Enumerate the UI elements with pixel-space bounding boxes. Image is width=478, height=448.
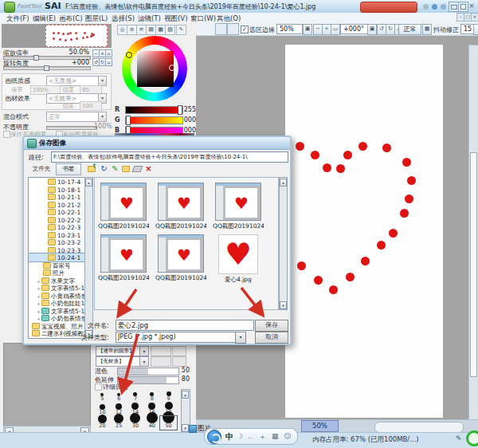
drawing-canvas[interactable]	[285, 45, 443, 418]
edit-icon[interactable]: ✎	[110, 163, 120, 174]
tree-item[interactable]: +文字表情5-15	[29, 284, 92, 292]
brush-shape-dropdown[interactable]: 【通常的圆形】	[96, 346, 140, 356]
tree-item[interactable]: 10-22-1	[29, 208, 92, 216]
brush-size-cell[interactable]: 8	[143, 389, 160, 403]
files-scroll-up[interactable]: ▴	[280, 179, 287, 187]
tree-scroll-up[interactable]: ▴	[85, 179, 92, 187]
file-list-scrollbar[interactable]: ▴ ▾	[279, 177, 288, 310]
tree-item[interactable]: 10-22-3	[29, 223, 92, 231]
tree-item[interactable]: +小黄鸡表情包1	[29, 292, 92, 300]
size-scroll-up-button[interactable]: ▴	[182, 391, 189, 399]
brush-size-cell[interactable]: 40	[143, 416, 160, 430]
tree-item[interactable]: 照片	[29, 269, 92, 277]
rotation-input[interactable]: +000°	[340, 24, 368, 34]
tree-item[interactable]: +小奶包娃娃12-	[29, 299, 92, 307]
tree-item[interactable]: 10-18-1	[29, 186, 92, 194]
g-slider[interactable]	[125, 116, 183, 124]
brush-size-cell[interactable]: 9	[160, 389, 177, 403]
filetype-input[interactable]: JPEG (*.jpg *.jpeg)	[116, 332, 237, 343]
tree-item[interactable]: 宝宝视频、照片	[29, 322, 92, 330]
blend-mode-dropdown-button[interactable]: ▾	[98, 112, 107, 122]
brush-texture-button[interactable]: ▾	[139, 356, 149, 367]
dialog-title-bar[interactable]: 保存图像	[24, 137, 290, 150]
brush-size-cell[interactable]: 7	[127, 389, 144, 403]
file-item[interactable]: ♥QQ截图2019102411...	[98, 234, 149, 282]
tool-square[interactable]	[227, 23, 239, 35]
custom-color-tab-icon[interactable]: ✎	[176, 25, 186, 35]
navigator-viewport[interactable]	[45, 25, 108, 47]
tree-item[interactable]: 10-23-3	[29, 246, 92, 254]
ime-logo-icon[interactable]	[207, 430, 221, 444]
tree-item[interactable]: +水果文字	[29, 277, 92, 285]
tree-item[interactable]: 10-23-2	[29, 238, 92, 246]
files-scroll-down[interactable]: ▾	[280, 301, 287, 309]
close-window-icon[interactable]: ×	[467, 2, 476, 10]
selection-edge-checkbox[interactable]: ✓	[241, 26, 249, 33]
refresh-icon[interactable]: ↻	[99, 163, 109, 174]
tree-item[interactable]: 百家号	[29, 261, 92, 269]
hscroll-thumb[interactable]	[374, 422, 464, 433]
keep-opacity-checkbox[interactable]	[3, 131, 10, 138]
folder-tree-scrollbar[interactable]: ▴ ▾	[84, 177, 93, 339]
overlay-red-button[interactable]	[360, 2, 417, 13]
tree-item[interactable]: 10-21-1	[29, 193, 92, 201]
size-scroll-down-button[interactable]: ▾	[182, 424, 189, 432]
zoom-reset-button[interactable]: ▣	[303, 24, 312, 35]
ime-emoji-icon[interactable]: ☺	[284, 432, 291, 440]
ime-more-icon[interactable]: ‥	[248, 432, 253, 440]
canvas-vertical-scrollbar[interactable]	[468, 45, 478, 421]
rotation-reset-button[interactable]: ▣	[367, 24, 377, 35]
stabilizer-dropdown[interactable]	[473, 24, 478, 35]
delete-icon[interactable]: ×	[143, 163, 154, 174]
tab-bookmarks[interactable]: 书签	[56, 163, 81, 175]
tool-square[interactable]	[215, 23, 227, 35]
zoom-reset-mini-button[interactable]: ▫	[105, 49, 112, 57]
layer-list-panel[interactable]	[3, 343, 91, 427]
brush-size-cell[interactable]: 30	[127, 416, 144, 430]
tree-item[interactable]: 10-24-1	[29, 253, 92, 261]
r-slider-handle[interactable]	[178, 105, 182, 115]
canvas-close-button[interactable]: ×	[471, 13, 478, 22]
normal-mode-button[interactable]: 正常	[398, 24, 421, 35]
tree-item[interactable]: 10-17-4	[29, 178, 92, 186]
ime-toolbar[interactable]: 中 ☽ ‥ ＋ ▦ ☺	[204, 428, 298, 445]
brush-shape-button[interactable]: ▾	[139, 346, 149, 356]
cancel-button[interactable]: 取消	[255, 332, 288, 344]
eraser-icon[interactable]	[132, 163, 143, 174]
blend-mode-dropdown[interactable]: 正常	[46, 112, 99, 122]
rotation-slider-handle[interactable]	[44, 65, 49, 71]
tree-item[interactable]: +小奶包表情包1	[29, 314, 92, 322]
zoom-input[interactable]: 50%	[276, 24, 303, 34]
canvas-zoom-box[interactable]: 50%	[301, 420, 339, 432]
mix-slider[interactable]	[117, 367, 179, 375]
brush-size-cell[interactable]: 20	[94, 416, 111, 430]
ime-moon-icon[interactable]: ☽	[237, 432, 243, 440]
navigator-panel[interactable]	[2, 24, 112, 48]
zoom-fit-button[interactable]: ▭	[331, 24, 340, 35]
tree-item[interactable]: 10-22-2	[29, 216, 92, 224]
tree-item[interactable]: +文字表情5-15	[29, 307, 92, 315]
filename-input[interactable]: 爱心2.jpg	[116, 320, 254, 331]
g-slider-handle[interactable]	[126, 116, 131, 125]
mode-option-button[interactable]: ▦	[422, 24, 432, 35]
scratchpad-tab-icon[interactable]: ▨	[165, 25, 175, 35]
zoom-slider-handle[interactable]	[33, 55, 39, 61]
brush-size-cell[interactable]: 5	[94, 389, 111, 403]
green-app-icon[interactable]	[466, 430, 478, 446]
opacity-slider[interactable]	[46, 126, 97, 130]
brush-size-cell[interactable]: 50	[160, 416, 177, 430]
file-item[interactable]: ♥QQ截图2019102411...	[213, 183, 264, 230]
brush-texture-dropdown[interactable]: 【无材质】	[96, 356, 140, 367]
pictures-app-icon[interactable]	[189, 425, 197, 433]
file-item[interactable]: ♥QQ截图2019102411...	[98, 183, 149, 230]
brush-size-cell[interactable]: 25	[111, 416, 127, 430]
filetype-dropdown-button[interactable]: ▾	[235, 332, 246, 344]
up-folder-icon[interactable]: ↑	[87, 163, 97, 174]
save-button[interactable]: 保存	[255, 320, 288, 332]
new-folder-icon[interactable]	[121, 163, 131, 174]
tab-folders[interactable]: 文件夹	[29, 163, 54, 174]
file-item[interactable]: ♥爱心4.jpg	[213, 234, 264, 284]
path-input[interactable]: F:\百度经验、表情包\软件电脑百度经验+今日头条\2019年百度经验\10-2…	[51, 151, 288, 163]
ime-language-label[interactable]: 中	[225, 431, 233, 442]
r-slider[interactable]	[125, 106, 183, 114]
